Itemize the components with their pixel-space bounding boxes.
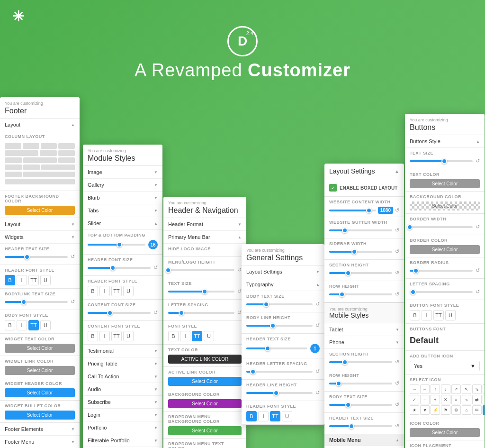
icon-arrow-nw[interactable]: ↖ [462,384,471,394]
module-gallery[interactable]: Gallery ▼ [83,179,162,192]
icon-dash[interactable]: – [420,395,430,404]
icon-star[interactable]: ★ [410,405,419,415]
widget-link-color-btn[interactable]: Select Color [5,366,75,375]
module-filterable[interactable]: Filterable Portfolio ▼ [83,434,162,447]
icon-arrow-se[interactable]: ↘ [472,384,482,394]
b-bold-btn[interactable]: B [410,310,420,320]
underline-btn2[interactable]: U [40,320,51,330]
module-pricing[interactable]: Pricing Table ▼ [83,357,162,370]
icon-arrow-down[interactable]: ↓ [441,384,450,394]
hn-tt-btn[interactable]: TT [192,331,202,341]
ts-reset-b[interactable]: ↺ [476,158,480,164]
icon-home[interactable]: ⌂ [462,405,471,415]
bold-btn[interactable]: B [5,275,15,285]
hts2-reset[interactable]: ↺ [395,423,399,429]
g-bold-btn[interactable]: B [246,411,257,421]
tablet-item[interactable]: Tablet ▼ [324,323,404,336]
hlh-reset[interactable]: ↺ [315,390,320,396]
header-text-reset[interactable]: ↺ [71,254,75,260]
rh2-reset[interactable]: ↺ [395,380,399,386]
mc-bold-btn[interactable]: B [88,331,98,341]
footer-menu-item[interactable]: Footer Menu ▼ [0,436,80,448]
b-tt-btn[interactable]: TT [433,310,444,320]
icon-bolt[interactable]: ⚡ [431,405,440,415]
icon-arrow-up[interactable]: ↑ [431,384,440,394]
icon-flag[interactable]: ⚑ [441,405,450,415]
layout-item[interactable]: Layout ▼ [0,218,80,231]
text-size-reset-hn[interactable]: ↺ [237,288,242,294]
module-portfolio[interactable]: Portfolio ▼ [83,421,162,434]
icon-plus[interactable]: + [431,395,440,404]
icon-arrow-ne[interactable]: ↗ [451,384,461,394]
boxed-checkbox[interactable]: ✓ [329,184,337,192]
bts-reset-g[interactable]: ↺ [315,301,320,307]
mc-italic-btn[interactable]: I [99,331,110,341]
body-link-reset[interactable]: ↺ [71,299,75,305]
border-color-btn[interactable]: Select Color [410,245,480,254]
layout-accordion[interactable]: Layout ▲ [0,119,80,131]
icon-next[interactable]: ▶ [483,405,485,415]
icon-arrow-sw[interactable]: ↙ [483,384,485,394]
layout-settings-item[interactable]: Layout Settings ▼ [242,265,324,278]
text-color-btn-b[interactable]: Select Color [410,179,480,188]
sh-reset[interactable]: ↺ [395,270,399,276]
tt-btn[interactable]: TT [28,275,39,285]
typography-item[interactable]: Typography ▲ [242,278,324,291]
icon-gear[interactable]: ⚙ [451,405,461,415]
mc-tt-btn[interactable]: TT [111,331,122,341]
icon-color-btn[interactable]: Select Color [410,428,480,437]
blh-reset[interactable]: ↺ [315,322,320,329]
sh2-reset[interactable]: ↺ [395,359,399,365]
add-icon-select[interactable]: Yes ▼ [410,361,480,371]
icon-swap[interactable]: ⇄ [472,395,482,404]
m-italic-btn[interactable]: I [99,286,110,296]
widget-text-color-btn[interactable]: Select Color [5,344,75,353]
m-u-btn[interactable]: U [123,286,134,296]
module-cta[interactable]: Call To Action ▼ [83,370,162,383]
cfs-reset[interactable]: ↺ [153,310,158,316]
mc-u-btn[interactable]: U [123,331,134,341]
bg-color-btn-hn[interactable]: Select Color [168,399,242,408]
phone-item[interactable]: Phone ▼ [324,336,404,349]
italic-btn2[interactable]: I [17,320,27,330]
hn-italic-btn[interactable]: I [180,331,190,341]
widget-bullet-color-btn[interactable]: Select Color [5,411,75,420]
g-tt-btn[interactable]: TT [270,411,280,421]
module-slider[interactable]: Slider ▲ [83,217,162,230]
module-login[interactable]: Login ▼ [83,409,162,421]
module-image[interactable]: Image ▼ [83,166,162,179]
icon-check[interactable]: ✓ [410,395,419,404]
g-u-btn[interactable]: U [282,411,292,421]
ls-reset-b[interactable]: ↺ [476,289,480,295]
buttons-style-item[interactable]: Buttons Style ▲ [405,135,485,148]
m-bold-btn[interactable]: B [88,286,98,296]
italic-btn[interactable]: I [17,275,27,285]
footer-elements-item[interactable]: Footer Elements ▼ [0,423,80,436]
icon-arrow-right[interactable]: → [410,384,419,394]
module-blurb[interactable]: Blurb ▼ [83,192,162,204]
icon-dbl-left[interactable]: « [462,395,471,404]
hls-reset[interactable]: ↺ [315,368,320,375]
widgets-item[interactable]: Widgets ▼ [0,231,80,244]
hn-u-btn[interactable]: U [204,331,214,341]
module-tabs[interactable]: Tabs ▼ [83,204,162,217]
primary-menu-bar-item[interactable]: Primary Menu Bar ▲ [163,231,246,244]
br-reset[interactable]: ↺ [476,267,480,274]
hfs-reset[interactable]: ↺ [153,265,158,271]
module-audio[interactable]: Audio ▼ [83,383,162,396]
dropdown-bg-btn[interactable]: Select Color [168,426,242,435]
icon-dbl-right[interactable]: » [451,395,461,404]
widget-header-color-btn[interactable]: Select Color [5,388,75,397]
hn-bold-btn[interactable]: B [168,331,179,341]
tt-btn2[interactable]: TT [28,320,39,330]
underline-btn[interactable]: U [40,275,51,285]
text-color-btn-hn[interactable]: ACTIVE LINK COLOR [168,355,242,364]
icon-cross[interactable]: ✕ [441,395,450,404]
icon-arrow-left[interactable]: ← [420,384,430,394]
icon-mail[interactable]: ✉ [472,405,482,415]
letter-spacing-reset-hn[interactable]: ↺ [237,310,242,316]
footer-bg-select-color-btn[interactable]: Select Color [5,206,75,215]
sw-reset[interactable]: ↺ [395,248,399,255]
active-link-color-btn[interactable]: Select Color [168,377,242,386]
m-tt-btn[interactable]: TT [111,286,122,296]
